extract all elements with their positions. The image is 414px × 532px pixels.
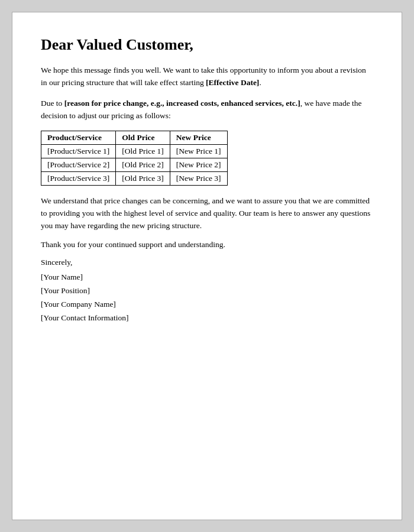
col-header-old-price: Old Price bbox=[116, 131, 170, 144]
table-row: [Product/Service 3][Old Price 3][New Pri… bbox=[41, 171, 228, 185]
table-cell-2-1: [Old Price 3] bbox=[116, 171, 170, 185]
table-row: [Product/Service 1][Old Price 1][New Pri… bbox=[41, 144, 228, 158]
table-cell-0-2: [New Price 1] bbox=[170, 144, 227, 158]
signature-position: [Your Position] bbox=[41, 284, 373, 298]
paragraph-2-start: Due to bbox=[41, 99, 64, 108]
thank-you-text: Thank you for your continued support and… bbox=[41, 240, 373, 249]
signature-company: [Your Company Name] bbox=[41, 298, 373, 312]
paragraph-1-end: . bbox=[259, 78, 261, 87]
closing-text: Sincerely, bbox=[41, 258, 373, 267]
col-header-product: Product/Service bbox=[41, 131, 116, 144]
signature-name: [Your Name] bbox=[41, 271, 373, 284]
pricing-table: Product/Service Old Price New Price [Pro… bbox=[41, 131, 228, 186]
table-cell-0-1: [Old Price 1] bbox=[116, 144, 170, 158]
table-header-row: Product/Service Old Price New Price bbox=[41, 131, 228, 144]
table-cell-0-0: [Product/Service 1] bbox=[41, 144, 116, 158]
paragraph-2: Due to [reason for price change, e.g., i… bbox=[41, 98, 373, 122]
col-header-new-price: New Price bbox=[170, 131, 227, 144]
table-cell-1-1: [Old Price 2] bbox=[116, 158, 170, 171]
table-cell-1-2: [New Price 2] bbox=[170, 158, 227, 171]
signature-contact: [Your Contact Information] bbox=[41, 312, 373, 325]
paragraph-1: We hope this message finds you well. We … bbox=[41, 64, 373, 89]
letter-title: Dear Valued Customer, bbox=[41, 36, 373, 54]
table-cell-2-2: [New Price 3] bbox=[170, 171, 227, 185]
letter-page: Dear Valued Customer, We hope this messa… bbox=[12, 12, 402, 520]
table-cell-1-0: [Product/Service 2] bbox=[41, 158, 116, 171]
signature-block: [Your Name] [Your Position] [Your Compan… bbox=[41, 271, 373, 325]
paragraph-2-bold: [reason for price change, e.g., increase… bbox=[64, 99, 300, 108]
paragraph-1-text: We hope this message finds you well. We … bbox=[41, 66, 366, 87]
table-cell-2-0: [Product/Service 3] bbox=[41, 171, 116, 185]
table-row: [Product/Service 2][Old Price 2][New Pri… bbox=[41, 158, 228, 171]
paragraph-1-bold: [Effective Date] bbox=[206, 78, 259, 87]
paragraph-3: We understand that price changes can be … bbox=[41, 195, 373, 232]
